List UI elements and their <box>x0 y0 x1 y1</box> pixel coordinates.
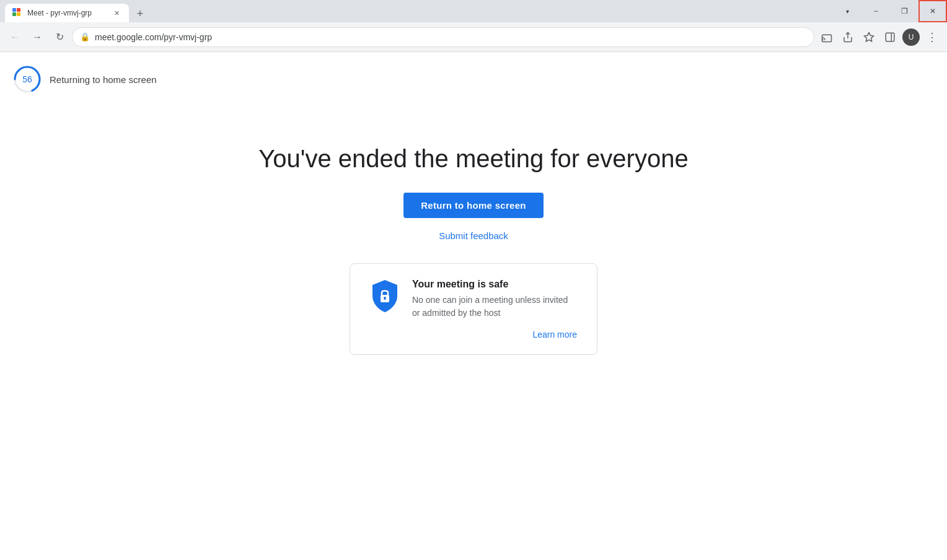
svg-rect-0 <box>12 8 16 12</box>
back-button[interactable]: ← <box>5 27 25 47</box>
url-base: meet.google.com <box>95 32 161 42</box>
side-panel-button[interactable] <box>880 27 900 47</box>
window-controls: ▾ − ❐ ✕ <box>833 0 947 22</box>
svg-rect-4 <box>822 35 832 42</box>
countdown-text: Returning to home screen <box>50 74 157 85</box>
svg-rect-14 <box>384 298 385 300</box>
shield-icon <box>370 279 400 313</box>
safety-desc: No one can join a meeting unless invited… <box>412 294 577 320</box>
countdown-circle: 56 <box>12 64 42 94</box>
tab-bar: Meet - pyr-vmvj-grp ✕ + <box>0 0 833 22</box>
tab-close-button[interactable]: ✕ <box>112 8 121 18</box>
learn-more-link[interactable]: Learn more <box>370 330 577 339</box>
tab-title: Meet - pyr-vmvj-grp <box>27 9 107 17</box>
close-button[interactable]: ✕ <box>918 0 947 22</box>
safety-text-block: Your meeting is safe No one can join a m… <box>412 279 577 320</box>
svg-rect-3 <box>17 12 20 16</box>
lock-icon: 🔒 <box>80 32 90 42</box>
restore-button[interactable]: ❐ <box>890 0 918 22</box>
address-bar: ← → ↻ 🔒 meet.google.com/pyr-vmvj-grp U <box>0 22 947 52</box>
refresh-button[interactable]: ↻ <box>50 27 69 47</box>
menu-button[interactable]: ⋮ <box>922 27 942 47</box>
url-bar[interactable]: 🔒 meet.google.com/pyr-vmvj-grp <box>72 27 814 47</box>
title-bar: Meet - pyr-vmvj-grp ✕ + ▾ − ❐ ✕ <box>0 0 947 22</box>
submit-feedback-link[interactable]: Submit feedback <box>439 230 508 241</box>
active-tab[interactable]: Meet - pyr-vmvj-grp ✕ <box>5 4 129 22</box>
safety-card: Your meeting is safe No one can join a m… <box>350 263 597 355</box>
return-to-home-button[interactable]: Return to home screen <box>403 193 544 218</box>
svg-point-5 <box>822 40 823 42</box>
new-tab-button[interactable]: + <box>131 5 149 22</box>
meeting-ended-title: You've ended the meeting for everyone <box>258 145 688 173</box>
svg-rect-2 <box>12 12 16 16</box>
safety-title: Your meeting is safe <box>412 279 577 290</box>
tab-favicon <box>12 8 22 18</box>
bookmark-button[interactable] <box>859 27 879 47</box>
svg-rect-1 <box>17 8 20 12</box>
page-content: 56 Returning to home screen You've ended… <box>0 52 947 560</box>
countdown-bar: 56 Returning to home screen <box>12 64 157 94</box>
user-profile-button[interactable]: U <box>901 27 921 47</box>
address-actions: U ⋮ <box>817 27 942 47</box>
url-text: meet.google.com/pyr-vmvj-grp <box>95 32 806 42</box>
share-button[interactable] <box>838 27 858 47</box>
svg-rect-8 <box>886 33 894 42</box>
minimize-button[interactable]: − <box>861 0 890 22</box>
forward-button[interactable]: → <box>27 27 47 47</box>
svg-marker-7 <box>865 32 874 41</box>
url-path: /pyr-vmvj-grp <box>161 32 212 42</box>
safety-card-top: Your meeting is safe No one can join a m… <box>370 279 577 320</box>
avatar: U <box>902 28 920 46</box>
main-content: You've ended the meeting for everyone Re… <box>0 52 947 355</box>
countdown-number: 56 <box>22 74 32 84</box>
cast-button[interactable] <box>817 27 837 47</box>
tab-strip-dropdown[interactable]: ▾ <box>833 0 861 22</box>
